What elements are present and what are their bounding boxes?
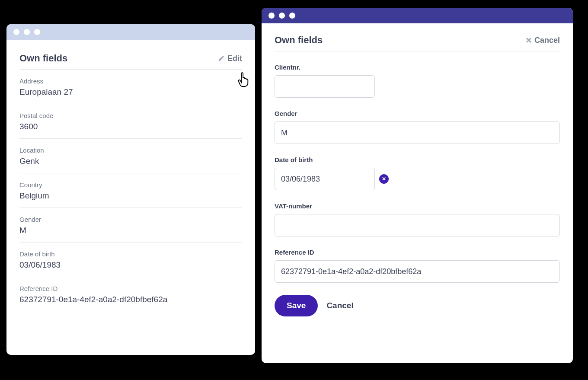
- window-dot: [268, 13, 275, 19]
- window-dot: [279, 13, 285, 19]
- close-icon: ✕: [382, 176, 386, 182]
- edit-header: Own fields Cancel: [275, 35, 560, 51]
- field-label: Address: [19, 77, 242, 85]
- date-of-birth-input[interactable]: [275, 168, 375, 190]
- cancel-label: Cancel: [534, 36, 560, 45]
- section-title: Own fields: [275, 35, 323, 46]
- vat-number-input[interactable]: [275, 214, 560, 236]
- view-window: Own fields Edit Address Europalaan 27 Po…: [6, 24, 255, 355]
- field-value: 03/06/1983: [19, 260, 242, 270]
- field-value: Europalaan 27: [19, 87, 242, 97]
- field-label: Postal code: [19, 112, 242, 119]
- field-value: Belgium: [19, 191, 242, 201]
- window-titlebar: [6, 24, 255, 40]
- window-dot: [13, 29, 19, 35]
- edit-button[interactable]: Edit: [218, 54, 242, 63]
- field-country: Country Belgium: [19, 173, 242, 208]
- window-dot: [24, 29, 30, 35]
- clear-date-button[interactable]: ✕: [379, 174, 389, 184]
- field-label: Location: [19, 147, 242, 154]
- field-value: M: [19, 226, 242, 235]
- field-value: Genk: [19, 156, 242, 166]
- window-titlebar: [262, 8, 573, 23]
- form-label: VAT-number: [275, 202, 560, 210]
- form-label: Reference ID: [275, 249, 560, 256]
- field-reference-id: Reference ID 62372791-0e1a-4ef2-a0a2-df2…: [19, 277, 242, 311]
- form-group-gender: Gender: [275, 110, 560, 144]
- field-label: Reference ID: [19, 285, 242, 292]
- field-location: Location Genk: [19, 139, 242, 173]
- save-button[interactable]: Save: [275, 295, 318, 316]
- pencil-icon: [218, 55, 225, 62]
- edit-label: Edit: [227, 54, 242, 63]
- cancel-top-button[interactable]: Cancel: [526, 36, 560, 45]
- form-group-reference-id: Reference ID: [275, 249, 560, 283]
- field-postal-code: Postal code 3600: [19, 104, 242, 139]
- form-group-vat-number: VAT-number: [275, 202, 560, 236]
- clientnr-input[interactable]: [275, 75, 375, 98]
- window-dot: [289, 13, 295, 19]
- field-value: 3600: [19, 122, 242, 131]
- edit-window: Own fields Cancel Clientnr. Gender Date …: [262, 8, 573, 363]
- view-header: Own fields Edit: [19, 53, 242, 70]
- date-row: ✕: [275, 168, 560, 190]
- edit-content: Own fields Cancel Clientnr. Gender Date …: [262, 23, 573, 329]
- cancel-button[interactable]: Cancel: [326, 301, 353, 310]
- section-title: Own fields: [19, 53, 67, 64]
- form-label: Clientnr.: [275, 64, 560, 71]
- field-date-of-birth: Date of birth 03/06/1983: [19, 243, 242, 277]
- field-label: Date of birth: [19, 250, 242, 258]
- field-value: 62372791-0e1a-4ef2-a0a2-df20bfbef62a: [19, 295, 242, 304]
- form-group-date-of-birth: Date of birth ✕: [275, 156, 560, 190]
- close-icon: [526, 37, 532, 43]
- field-label: Country: [19, 181, 242, 188]
- window-dot: [34, 29, 40, 35]
- reference-id-input[interactable]: [275, 260, 560, 283]
- form-label: Date of birth: [275, 156, 560, 163]
- field-label: Gender: [19, 216, 242, 223]
- button-row: Save Cancel: [275, 295, 560, 316]
- form-label: Gender: [275, 110, 560, 117]
- field-gender: Gender M: [19, 208, 242, 243]
- form-group-clientnr: Clientnr.: [275, 64, 560, 98]
- gender-input[interactable]: [275, 121, 560, 144]
- field-address: Address Europalaan 27: [19, 70, 242, 104]
- view-content: Own fields Edit Address Europalaan 27 Po…: [6, 40, 255, 324]
